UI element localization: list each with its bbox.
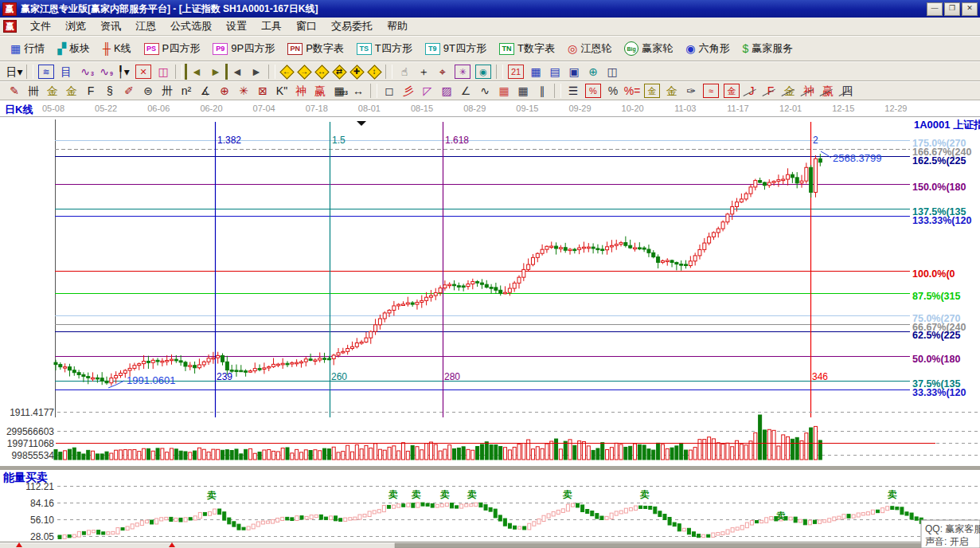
- angle-j-tool[interactable]: J: [742, 83, 761, 99]
- network-icon[interactable]: ⊕: [584, 64, 603, 80]
- expand-diamond[interactable]: ↔: [313, 64, 330, 80]
- gann-wheel-button[interactable]: ◎江恩轮: [562, 40, 617, 57]
- first-page-button[interactable]: ◄: [185, 64, 206, 80]
- gann-mask-tool[interactable]: ✳: [455, 65, 470, 79]
- hexagon-button[interactable]: ◉六角形: [680, 40, 735, 57]
- menu-item-1[interactable]: 文件: [23, 18, 58, 35]
- brush-tool[interactable]: ✑: [681, 83, 701, 99]
- angle-gold-tool[interactable]: 金: [780, 83, 799, 99]
- percent-line-tool[interactable]: %=: [623, 83, 642, 99]
- prev-button[interactable]: ◄: [228, 64, 247, 80]
- menu-item-8[interactable]: 窗口: [289, 18, 324, 35]
- service-popup[interactable]: QQ: 赢家客服声音: 开启: [921, 520, 980, 548]
- width-measure-tool[interactable]: ↔: [349, 83, 368, 99]
- chart-area[interactable]: 日K线05-0805-2206-0606-2007-0407-1808-0108…: [0, 100, 980, 548]
- circle-cross-tool[interactable]: ⊕: [215, 83, 234, 99]
- p-table-button[interactable]: PNP数字表: [282, 40, 349, 57]
- zoom-tool[interactable]: ⌖: [433, 64, 452, 80]
- zoom-right-diamond[interactable]: →: [295, 64, 313, 80]
- menu-item-10[interactable]: 帮助: [380, 18, 415, 35]
- candle-style-dropdown[interactable]: ╿▾: [114, 64, 133, 80]
- angle-four-tool[interactable]: 四: [837, 83, 857, 99]
- winner-wheel-button[interactable]: Big赢家轮: [619, 40, 678, 57]
- angle-win-tool[interactable]: 赢: [818, 83, 837, 99]
- mirror-angle-tool[interactable]: ∡: [196, 83, 215, 99]
- zigzag-tool[interactable]: ∿: [475, 83, 494, 99]
- wave-band-tool[interactable]: ≈: [703, 84, 719, 98]
- gann-grid-tool[interactable]: 卌: [24, 83, 43, 99]
- notepad-icon[interactable]: ▤: [545, 64, 564, 80]
- web-grid-tool[interactable]: ⊠: [253, 83, 272, 99]
- angle-f-tool[interactable]: F: [761, 83, 780, 99]
- parallel-tool[interactable]: ∥: [533, 83, 552, 99]
- line-grid-tool[interactable]: 卅: [158, 83, 177, 99]
- quotes-button[interactable]: ▦行情: [5, 40, 50, 57]
- win-tool[interactable]: 赢: [310, 83, 330, 99]
- compress-diamond[interactable]: ⇄: [330, 64, 348, 80]
- gold-box-tool[interactable]: 金: [724, 84, 740, 98]
- knife2-tool[interactable]: ✐: [119, 83, 139, 99]
- nine-line-chart-icon[interactable]: ∿9: [95, 64, 114, 80]
- close-button[interactable]: ✕: [962, 2, 978, 16]
- gold-grid-tool[interactable]: 金: [43, 83, 62, 99]
- period-day-dropdown[interactable]: 日▾: [5, 64, 24, 80]
- zoom-left-diamond[interactable]: ←: [278, 64, 295, 80]
- angle-shen-tool[interactable]: 神: [799, 83, 818, 99]
- minimize-button[interactable]: —: [927, 2, 943, 16]
- formula-icon[interactable]: ✕: [135, 65, 151, 79]
- gold-circle-tool[interactable]: 金: [644, 84, 660, 98]
- last-page-button[interactable]: ►: [206, 64, 228, 80]
- rect-select-tool[interactable]: ◻: [380, 83, 399, 99]
- grid-red-tool[interactable]: ▦: [494, 83, 513, 99]
- t-table-button[interactable]: TNT数字表: [494, 40, 560, 57]
- star-web-tool[interactable]: ✳: [234, 83, 253, 99]
- menu-item-3[interactable]: 资讯: [93, 18, 128, 35]
- t-square-button[interactable]: TST四方形: [351, 40, 418, 57]
- fit-diamond[interactable]: ↕: [365, 64, 383, 80]
- grid-123-tool[interactable]: ▦123: [330, 83, 349, 99]
- spiral-tool[interactable]: §: [100, 83, 119, 99]
- trend-angle-tool[interactable]: ∠: [456, 83, 475, 99]
- sectors-button[interactable]: ▞板块: [52, 40, 96, 57]
- panel-divider[interactable]: [0, 466, 980, 470]
- n-square-tool[interactable]: n²: [177, 83, 196, 99]
- percent-tool[interactable]: %: [603, 83, 623, 99]
- grid-dark-tool[interactable]: ▦: [513, 83, 533, 99]
- 9t-square-button[interactable]: T99T四方形: [420, 40, 492, 57]
- crosshair-tool[interactable]: ＋: [414, 64, 433, 80]
- k-mark-tool[interactable]: K": [272, 83, 291, 99]
- p-square-button[interactable]: PSP四方形: [139, 40, 206, 57]
- web-box-tool[interactable]: ▨: [437, 83, 456, 99]
- gann-fan-box-tool[interactable]: ◸: [418, 83, 437, 99]
- circle-grid-tool[interactable]: ⊜: [139, 83, 158, 99]
- percent-band-tool[interactable]: %: [585, 84, 601, 98]
- next-button[interactable]: ►: [247, 64, 266, 80]
- menu-item-5[interactable]: 公式选股: [163, 18, 219, 35]
- f10-info-icon[interactable]: 目: [57, 64, 76, 80]
- menu-item-6[interactable]: 设置: [219, 18, 254, 35]
- restore-button[interactable]: ❐: [944, 2, 960, 16]
- shen-tool[interactable]: 神: [291, 83, 310, 99]
- fan-lines-tool[interactable]: 彡: [399, 83, 418, 99]
- calculator-icon[interactable]: ▦: [526, 64, 545, 80]
- calendar-icon[interactable]: 21: [508, 65, 524, 79]
- menu-item-4[interactable]: 江恩: [128, 18, 163, 35]
- gold-grid2-tool[interactable]: 金: [62, 83, 81, 99]
- menu-item-9[interactable]: 交易委托: [324, 18, 380, 35]
- 9p-square-button[interactable]: P99P四方形: [207, 40, 280, 57]
- drag-hand-tool[interactable]: ☝: [395, 64, 414, 80]
- menu-item-7[interactable]: 工具: [254, 18, 289, 35]
- kline-button[interactable]: ╫K线: [97, 40, 137, 57]
- print-icon[interactable]: ◫: [603, 64, 622, 80]
- scrollbar-thumb[interactable]: [395, 543, 923, 548]
- three-line-chart-icon[interactable]: ∿3: [76, 64, 95, 80]
- save-icon[interactable]: ▣: [564, 64, 584, 80]
- wave-tool[interactable]: ◉: [475, 65, 491, 79]
- fib-tool[interactable]: F: [81, 83, 100, 99]
- menu-item-2[interactable]: 浏览: [58, 18, 93, 35]
- draw-knife-tool[interactable]: ✎: [5, 83, 24, 99]
- trend-window-icon[interactable]: ≋: [38, 65, 54, 79]
- gold-line-tool[interactable]: 金: [662, 83, 681, 99]
- color-histogram-icon[interactable]: ◫: [154, 64, 173, 80]
- full-diamond[interactable]: ✚: [348, 64, 365, 80]
